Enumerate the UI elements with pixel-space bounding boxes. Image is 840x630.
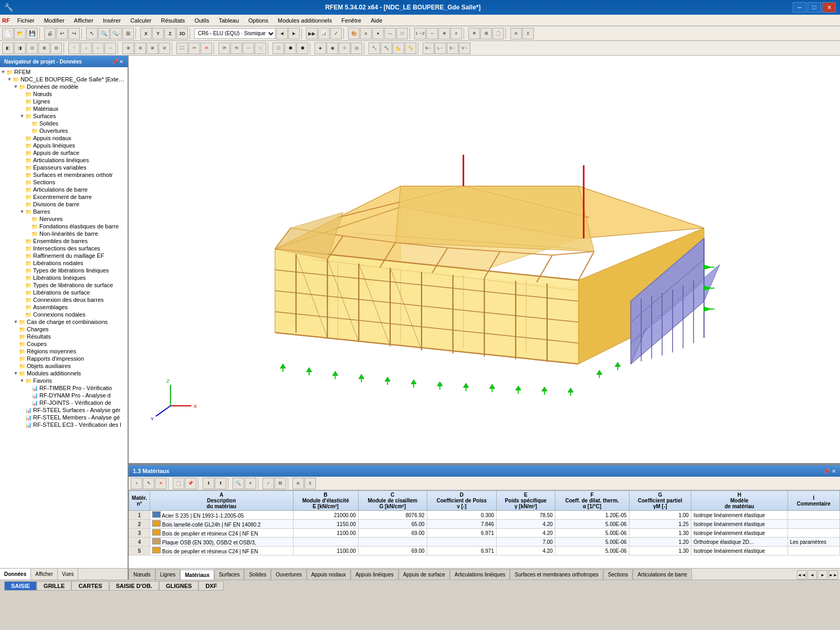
tree-item-non-linearites[interactable]: 📁Non-linéarités de barre bbox=[0, 230, 128, 237]
line-button[interactable]: — bbox=[384, 28, 396, 39]
section-button[interactable]: ≡ bbox=[360, 28, 372, 39]
table-link-button[interactable]: ⛓ bbox=[275, 478, 286, 489]
tab-appuis-nodaux[interactable]: Appuis nodaux bbox=[307, 569, 351, 580]
panel-pin-button[interactable]: 📌 bbox=[823, 468, 830, 474]
tree-item-regions-moyennes[interactable]: 📁Régions moyennes bbox=[0, 348, 128, 355]
tree-item-rf-steel-ec3[interactable]: 📊RF-STEEL EC3 - Vérification des l bbox=[0, 421, 128, 428]
menu-item-calculer[interactable]: Calculer bbox=[126, 16, 155, 25]
expand-icon-favoris[interactable]: ▼ bbox=[19, 378, 25, 383]
menu-item-options[interactable]: Options bbox=[244, 16, 272, 25]
tb2-btn24[interactable]: ◉ bbox=[327, 43, 338, 54]
tree-item-lignes[interactable]: 📁Lignes bbox=[0, 98, 128, 105]
tree-item-intersections[interactable]: 📁Intersections des surfaces bbox=[0, 245, 128, 252]
tree-item-types-lib-lineiques[interactable]: 📁Types de libérations linéiques bbox=[0, 267, 128, 274]
table-add-button[interactable]: + bbox=[131, 478, 142, 489]
tab-appuis-de-surface[interactable]: Appuis de surface bbox=[398, 569, 450, 580]
redo-button[interactable]: ↪ bbox=[68, 28, 80, 39]
tb2-btn7[interactable]: ↓ bbox=[80, 43, 92, 54]
tab-articulations-lineiques[interactable]: Articulations linéiques bbox=[450, 569, 510, 580]
tb2-btn13[interactable]: ⊘ bbox=[159, 43, 170, 54]
table-formula-button[interactable]: fx bbox=[292, 478, 304, 489]
menu-item-modifier[interactable]: Modifier bbox=[40, 16, 69, 25]
tb2-btn25[interactable]: ◊ bbox=[339, 43, 350, 54]
tab-surfaces[interactable]: Surfaces bbox=[214, 569, 244, 580]
tree-item-coupes[interactable]: 📁Coupes bbox=[0, 340, 128, 348]
tree-item-liberations-surface[interactable]: 📁Libérations de surface bbox=[0, 289, 128, 296]
table-edit-button[interactable]: ✎ bbox=[143, 478, 154, 489]
menu-item-insérer[interactable]: Insérer bbox=[99, 16, 125, 25]
table-delete-button[interactable]: ✕ bbox=[155, 478, 166, 489]
expand-icon-barres[interactable]: ▼ bbox=[19, 209, 25, 214]
expand-icon-project[interactable]: ▼ bbox=[6, 77, 13, 82]
table-row[interactable]: 5 Bois de peuplier et résineux C24 | NF … bbox=[129, 547, 840, 555]
table-row[interactable]: 4 Plaque OSB (EN 300), OSB/2 et OSB/3, 7… bbox=[129, 538, 840, 547]
tb2-btn19[interactable]: ↕ bbox=[255, 43, 266, 54]
tab-solides[interactable]: Solides bbox=[244, 569, 271, 580]
tree-item-divisions[interactable]: 📁Divisions de barre bbox=[0, 201, 128, 208]
tree-item-articulations-lineiques[interactable]: 📁Articulations linéiques bbox=[0, 156, 128, 164]
menu-item-résultats[interactable]: Résultats bbox=[157, 16, 190, 25]
tb2-btn5[interactable]: ⊟ bbox=[50, 43, 62, 54]
tb2-btn11[interactable]: ⊖ bbox=[134, 43, 146, 54]
view-y-button[interactable]: Y bbox=[152, 28, 164, 39]
tree-item-charges[interactable]: 📁Charges bbox=[0, 326, 128, 333]
tb2-btn2[interactable]: ◨ bbox=[14, 43, 26, 54]
renumber-button[interactable]: 1→2 bbox=[414, 28, 426, 39]
nav-close-button[interactable]: ✕ bbox=[119, 59, 123, 65]
results-button[interactable]: 📊 bbox=[318, 28, 330, 39]
calc-button[interactable]: ▶▶ bbox=[306, 28, 318, 39]
tree-item-cas-charge[interactable]: ▼📁Cas de charge et combinaisons bbox=[0, 318, 128, 326]
expand-icon-model[interactable]: ▼ bbox=[13, 84, 19, 89]
tree-item-solides[interactable]: 📁Solides bbox=[0, 120, 128, 127]
tb2-btn21[interactable]: ⬢ bbox=[285, 43, 296, 54]
tree-item-rf-joints[interactable]: 📊RF-JOINTS - Vérification de bbox=[0, 399, 128, 406]
new-button[interactable]: 📄 bbox=[2, 28, 14, 39]
tree-item-sections[interactable]: 📁Sections bbox=[0, 178, 128, 186]
table-row[interactable]: 3 Bois de peuplier et résineux C24 | NF … bbox=[129, 529, 840, 538]
tb2-btn28[interactable]: 🔨 bbox=[381, 43, 392, 54]
tree-item-materiaux[interactable]: 📁Matériaux bbox=[0, 105, 128, 112]
panel-close-button[interactable]: ✕ bbox=[832, 468, 836, 474]
tree-item-rapports[interactable]: 📁Rapports d'impression bbox=[0, 355, 128, 362]
status-btn-cartes[interactable]: CARTES bbox=[71, 581, 109, 591]
tree-item-connexions-nodales[interactable]: 📁Connexions nodales bbox=[0, 311, 128, 318]
tree-item-liberations-nodales[interactable]: 📁Libérations nodales bbox=[0, 259, 128, 267]
tree-item-surfaces[interactable]: ▼📁Surfaces bbox=[0, 112, 128, 120]
snap-button[interactable]: ⊕ bbox=[438, 28, 450, 39]
copy-view-button[interactable]: 📋 bbox=[492, 28, 504, 39]
tree-item-rf-timber[interactable]: 📊RF-TIMBER Pro - Vérificatio bbox=[0, 384, 128, 392]
tree-item-appuis-nodaux[interactable]: 📁Appuis nodaux bbox=[0, 134, 128, 142]
tree-item-ouvertures[interactable]: 📁Ouvertures bbox=[0, 127, 128, 134]
freeze-button[interactable]: ❄ bbox=[468, 28, 480, 39]
tree-item-rfem[interactable]: ▼📁RFEM bbox=[0, 68, 128, 76]
view-3d-button[interactable]: 3D bbox=[176, 28, 188, 39]
tree-item-surfaces-membranes[interactable]: 📁Surfaces et membranes orthotr bbox=[0, 171, 128, 178]
surface-button[interactable]: □ bbox=[396, 28, 408, 39]
tb2-btn15[interactable]: ✂ bbox=[188, 43, 200, 54]
tree-item-connexion-deux-barres[interactable]: 📁Connexion des deux barres bbox=[0, 296, 128, 303]
tree-item-modules-additionnel[interactable]: ▼📁Modules additionnels bbox=[0, 370, 128, 377]
menu-item-modules-additionnels[interactable]: Modules additionnels bbox=[274, 16, 336, 25]
tree-item-rf-steel-surfaces[interactable]: 📊RF-STEEL Surfaces - Analyse gér bbox=[0, 406, 128, 414]
tree-item-appuis-lineiques[interactable]: 📁Appuis linéiques bbox=[0, 142, 128, 149]
tb2-btn22[interactable]: ⬣ bbox=[297, 43, 308, 54]
tb2-btn9[interactable]: → bbox=[104, 43, 116, 54]
table-sigma-button[interactable]: Σ bbox=[304, 478, 316, 489]
tree-item-rf-dynam[interactable]: 📊RF-DYNAM Pro - Analyse d bbox=[0, 392, 128, 399]
formula-button[interactable]: Σ bbox=[522, 28, 534, 39]
close-button[interactable]: ✕ bbox=[822, 2, 836, 13]
check-button[interactable]: ✓ bbox=[330, 28, 342, 39]
menu-item-afficher[interactable]: Afficher bbox=[70, 16, 98, 25]
tree-item-assemblages[interactable]: 📁Assemblages bbox=[0, 303, 128, 311]
tree-item-resultats[interactable]: 📁Résultats bbox=[0, 333, 128, 340]
tb2-btn20[interactable]: ⬡ bbox=[272, 43, 284, 54]
tab-surfaces-et-membranes-orthotropes[interactable]: Surfaces et membranes orthotropes bbox=[510, 569, 603, 580]
table-copy-button[interactable]: 📋 bbox=[173, 478, 184, 489]
tb2-btn10[interactable]: ⊕ bbox=[122, 43, 134, 54]
tree-item-types-lib-surface[interactable]: 📁Types de libérations de surface bbox=[0, 281, 128, 289]
tab-noeuds[interactable]: Nœuds bbox=[129, 569, 155, 580]
tb2-btn34[interactable]: V→ bbox=[459, 43, 470, 54]
next-case-button[interactable]: ► bbox=[288, 28, 300, 39]
zoom-in-button[interactable]: 🔍 bbox=[98, 28, 110, 39]
tree-item-ensembles[interactable]: 📁Ensembles de barres bbox=[0, 237, 128, 245]
